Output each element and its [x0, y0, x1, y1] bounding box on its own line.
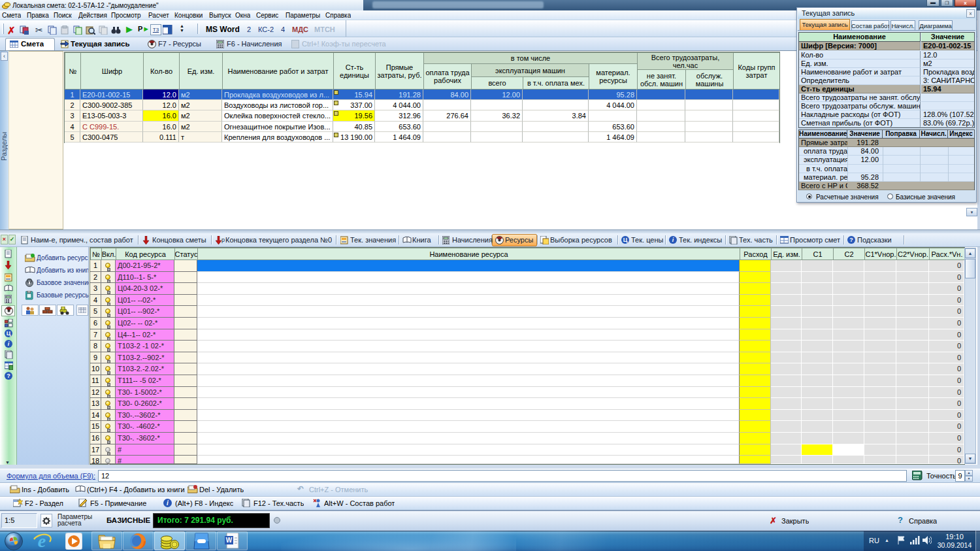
svg-text:W: W — [226, 537, 233, 544]
